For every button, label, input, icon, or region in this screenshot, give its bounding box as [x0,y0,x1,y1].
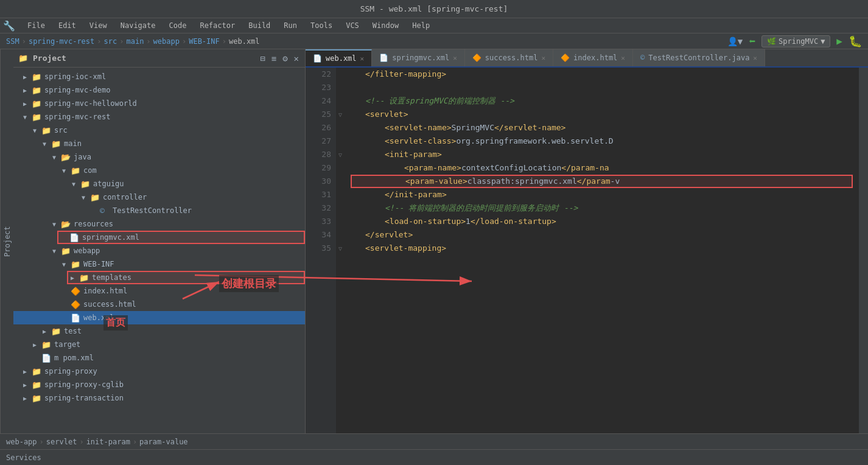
tree-label: m pom.xml [54,354,94,362]
tree-item-success-html[interactable]: ▶ 🔶 success.html [13,298,305,311]
xml-file-icon: 📄 [69,233,80,242]
breadcrumb-webinf[interactable]: WEB-INF [189,37,220,46]
run-button[interactable]: ▶ [836,35,842,47]
dropdown-arrow: ▼ [821,37,825,46]
tree-label: spring-transaction [44,394,124,402]
code-line-25: <servlet> [351,108,853,121]
user-icon[interactable]: 👤▼ [727,37,743,46]
tree-item-com[interactable]: ▼ 📁 com [13,164,305,177]
tree-item-resources[interactable]: ▼ 📂 resources [13,217,305,231]
tree-item-spring-proxy[interactable]: ▶ 📁 spring-proxy [13,365,305,378]
code-line-35: <servlet-mapping> [351,242,853,255]
tree-label-templates: templates [92,273,131,282]
menu-tools[interactable]: Tools [307,20,336,31]
tree-item-controller[interactable]: ▼ 📁 controller [13,191,305,204]
tab-testrestcontroller[interactable]: © TestRestController.java ✕ [633,49,765,66]
tab-label: springmvc.xml [392,54,449,62]
tree-label: main [64,139,82,148]
tree-item-spring-proxy-cglib[interactable]: ▶ 📁 spring-proxy-cglib [13,378,305,391]
tab-index-html[interactable]: 🔶 index.html ✕ [553,49,633,66]
tab-web-xml[interactable]: 📄 web.xml ✕ [306,49,372,66]
html-icon: 🔶 [71,300,82,309]
tree-label: webapp [74,246,100,255]
back-icon[interactable]: ⬅ [749,35,755,47]
menu-window[interactable]: Window [369,20,402,31]
project-tab[interactable]: Project [0,49,13,433]
sidebar-icons: ⊟ ≡ ⚙ ✕ [259,52,300,65]
fold-icon-35[interactable]: ▽ [336,242,345,255]
html-tab-icon: 🔶 [561,54,570,62]
scrollbar-gutter[interactable] [859,68,868,433]
tree-label: spring-mvc-helloworld [44,99,137,108]
menu-edit[interactable]: Edit [55,20,80,31]
code-line-26: <servlet-name> SpringMVC </servlet-name> [351,121,853,135]
settings-icon[interactable]: ⚙ [281,52,289,65]
code-line-33: <load-on-startup> 1 </load-on-startup> [351,215,853,228]
package-icon: 📁 [71,166,82,175]
run-config-selector[interactable]: 🌿 SpringMVC ▼ [761,35,830,47]
expand-icon[interactable]: ≡ [270,52,278,65]
tab-close-springmvc-xml[interactable]: ✕ [453,54,457,62]
breadcrumb-ssm[interactable]: SSM [6,37,19,46]
menu-code[interactable]: Code [166,20,191,31]
tab-label: web.xml [326,54,357,63]
tab-springmvc-xml[interactable]: 📄 springmvc.xml ✕ [372,49,465,66]
tree-label: WEB-INF [83,260,114,268]
fold-icon-28[interactable]: ▽ [336,148,345,161]
breadcrumb-webapp[interactable]: webapp [153,37,180,46]
debug-icon[interactable]: 🐛 [849,35,862,47]
tree-item-test[interactable]: ▶ 📁 test [13,324,305,338]
fold-icon-25[interactable]: ▽ [336,108,345,121]
tab-close-testrestcontroller[interactable]: ✕ [753,54,757,62]
code-line-24: <!-- 设置springMVC的前端控制器 --> [351,94,853,108]
tree-item-pom-xml[interactable]: ▶ 📄 m pom.xml [13,351,305,365]
tree-item-spring-mvc-rest[interactable]: ▼ 📁 spring-mvc-rest [13,110,305,124]
tab-close-web-xml[interactable]: ✕ [360,55,365,63]
tree-label: resources [74,220,113,228]
tab-close-index-html[interactable]: ✕ [621,54,625,62]
breadcrumb-src[interactable]: src [104,37,117,46]
tree-item-atguigu[interactable]: ▼ 📁 atguigu [13,177,305,191]
tree-item-testrestcontroller[interactable]: ▶ © TestRestController [13,204,305,217]
tree-item-spring-transaction[interactable]: ▶ 📁 spring-transaction [13,391,305,405]
tree-item-main[interactable]: ▼ 📁 main [13,137,305,150]
tab-close-success-html[interactable]: ✕ [541,54,545,62]
module-icon: 📁 [32,394,43,403]
collapse-all-icon[interactable]: ⊟ [259,52,266,65]
code-content[interactable]: </filter-mapping> <!-- 设置springMVC的前端控制器… [345,68,859,433]
line-numbers: 22 23 24 25 26 27 28 29 30 31 32 33 34 3… [306,68,336,433]
code-line-28: <init-param> [351,148,853,161]
menu-bar: 🔧 File Edit View Navigate Code Refactor … [0,18,868,33]
java-class-icon: © [100,206,111,215]
tab-success-html[interactable]: 🔶 success.html ✕ [465,49,553,66]
code-line-22: </filter-mapping> [351,68,853,81]
menu-vcs[interactable]: VCS [342,20,363,31]
tree-item-java[interactable]: ▼ 📂 java [13,150,305,164]
module-icon: 📁 [32,367,43,376]
menu-file[interactable]: File [24,20,49,31]
tree-item-target[interactable]: ▶ 📁 target [13,338,305,351]
close-sidebar-icon[interactable]: ✕ [293,52,300,65]
tree-item-webapp[interactable]: ▼ 📁 webapp [13,244,305,257]
tree-item-webinf[interactable]: ▼ 📁 WEB-INF [13,257,305,271]
menu-view[interactable]: View [86,20,111,31]
menu-refactor[interactable]: Refactor [196,20,239,31]
sidebar-folder-icon: 📁 [18,54,28,63]
breadcrumb-spring-mvc-rest[interactable]: spring-mvc-rest [29,37,94,46]
tree-item-springmvc-xml[interactable]: ▶ 📄 springmvc.xml [57,231,305,244]
tree-item-spring-mvc-demo[interactable]: ▶ 📁 spring-mvc-demo [13,83,305,97]
menu-build[interactable]: Build [245,20,274,31]
tree-item-src[interactable]: ▼ 📁 src [13,124,305,137]
menu-navigate[interactable]: Navigate [117,20,159,31]
tree-item-web-xml[interactable]: ▶ 📄 web.xml [13,311,305,324]
tree-item-spring-mvc-helloworld[interactable]: ▶ 📁 spring-mvc-helloworld [13,97,305,110]
menu-help[interactable]: Help [408,20,433,31]
folder-icon: 📁 [51,327,62,336]
services-bar[interactable]: Services [0,449,868,465]
breadcrumb-main[interactable]: main [126,37,144,46]
bc-servlet: servlet [46,438,77,446]
webinf-icon: 📁 [71,260,82,269]
tree-item-spring-ioc-xml[interactable]: ▶ 📁 spring-ioc-xml [13,70,305,83]
package-icon: 📁 [80,180,91,189]
menu-run[interactable]: Run [280,20,301,31]
